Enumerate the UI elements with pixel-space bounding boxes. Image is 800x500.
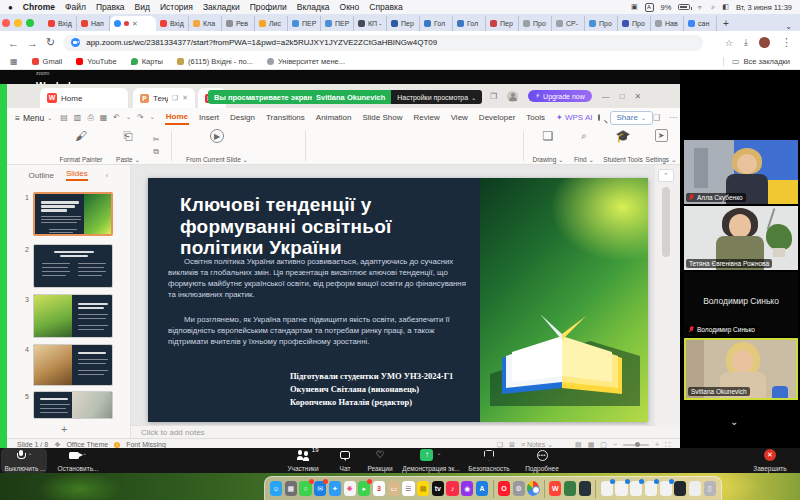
more-button[interactable]: ••• Подробнее xyxy=(520,449,564,472)
ribbon-tab-home[interactable]: Home xyxy=(165,110,189,125)
menubar-clock[interactable]: Вт, 3 июня 11:39 xyxy=(736,3,792,12)
slide-paragraph-1[interactable]: Освітня політика України активно розвива… xyxy=(168,256,468,300)
apple-menu-icon[interactable]: ● xyxy=(8,3,13,12)
menubar-item-файл[interactable]: Файл xyxy=(65,2,86,12)
mute-button[interactable]: ⌃ Выключить ... xyxy=(4,449,46,472)
files-dock-icon[interactable]: ▭ xyxy=(388,481,400,496)
security-button[interactable]: Безопасность xyxy=(462,449,516,472)
system-settings-dock-icon[interactable]: ⚙ xyxy=(513,481,525,496)
screen-record-icon[interactable]: ▣ xyxy=(631,3,638,11)
browser-tab[interactable]: Лис xyxy=(255,16,288,31)
font-warning-text[interactable]: Font Missing xyxy=(126,441,166,448)
slide[interactable]: Ключові тенденції у формуванні освітньої… xyxy=(148,178,648,422)
end-meeting-button[interactable]: ✕ Завершить xyxy=(746,449,794,472)
outline-tab[interactable]: Outline xyxy=(29,171,54,180)
zoom-in-icon[interactable]: + xyxy=(655,441,659,448)
new-tab-button[interactable]: + xyxy=(723,18,729,29)
redo-icon[interactable]: ↷ xyxy=(137,113,144,123)
app-dark-dock-icon[interactable] xyxy=(579,481,591,496)
reminders-dock-icon[interactable]: ☰ xyxy=(402,481,414,496)
participant-video-3[interactable]: Володимир Синько Володимир Синько xyxy=(684,272,798,336)
control-center-icon[interactable]: ◧ xyxy=(722,3,729,11)
drawing-button[interactable]: ❏ Drawing ⌄ xyxy=(528,129,568,163)
wps-account-avatar[interactable] xyxy=(507,91,518,102)
bookmark-star-icon[interactable]: ☆ xyxy=(725,38,733,48)
ribbon-tab-slide-show[interactable]: Slide Show xyxy=(361,111,403,124)
close-icon[interactable]: ✕ xyxy=(635,92,642,101)
wps-menu-button[interactable]: ≡Menu⌄ xyxy=(15,113,52,123)
browser-tab[interactable]: сан xyxy=(684,16,717,31)
upgrade-button[interactable]: ⚡Upgrade now xyxy=(528,90,592,102)
address-bar[interactable]: app.zoom.us/wc/2381334377/start?fromPWA=… xyxy=(63,35,703,51)
view-options-button[interactable]: Настройки просмотра ⌄ xyxy=(391,90,482,104)
ribbon-tab-wps-ai[interactable]: ✦ WPS AI xyxy=(555,111,594,124)
calendar-dock-icon[interactable]: 3 xyxy=(373,481,385,496)
browser-tab[interactable]: СР- xyxy=(552,16,585,31)
ribbon-tab-developer[interactable]: Developer xyxy=(478,111,516,124)
comments-icon[interactable]: ❑ xyxy=(653,113,660,122)
app-photo-dock-icon[interactable] xyxy=(564,481,576,496)
maximize-icon[interactable]: □ xyxy=(620,92,625,101)
menubar-item-правка[interactable]: Правка xyxy=(96,2,125,12)
student-tools-button[interactable]: 🎓 Student Tools xyxy=(601,129,645,163)
mail-dock-icon[interactable]: ✉ xyxy=(314,481,326,496)
participant-video-1[interactable]: Алла Скубенко xyxy=(684,140,798,204)
launchpad-dock-icon[interactable]: ▦ xyxy=(285,481,297,496)
photos-dock-icon[interactable]: ❋ xyxy=(344,481,356,496)
more-tools-icon[interactable]: ⋯ xyxy=(669,113,677,122)
browser-tab[interactable]: Вхід xyxy=(156,16,189,31)
menubar-item-вид[interactable]: Вид xyxy=(135,2,150,12)
undo-icon[interactable]: ↶ xyxy=(113,113,120,123)
format-painter-button[interactable]: 🖌 Format Painter xyxy=(53,129,109,163)
slide-thumbnail-2[interactable] xyxy=(33,244,113,288)
app-store-dock-icon[interactable]: A xyxy=(476,481,488,496)
back-icon[interactable]: ← xyxy=(8,37,19,49)
minimized-video-dock-icon[interactable] xyxy=(674,481,686,496)
browser-tab[interactable]: Про xyxy=(618,16,651,31)
ribbon-tab-tools[interactable]: Tools xyxy=(525,111,546,124)
browser-tab[interactable]: Нав xyxy=(651,16,684,31)
add-slide-button[interactable]: + xyxy=(61,423,67,435)
vertical-scrollbar[interactable]: ⌃ xyxy=(655,165,680,425)
zoom-slider[interactable] xyxy=(623,444,649,446)
export-icon[interactable]: ▦ xyxy=(100,113,108,123)
finder-dock-icon[interactable]: ☺ xyxy=(270,481,282,496)
forward-icon[interactable]: → xyxy=(27,37,38,49)
browser-tab[interactable]: Вхід xyxy=(44,16,77,31)
menubar-item-закладки[interactable]: Закладки xyxy=(203,2,240,12)
participants-button[interactable]: 19 Участники xyxy=(278,449,328,472)
chrome-dock-icon[interactable] xyxy=(527,481,539,496)
browser-tab[interactable]: Рев xyxy=(222,16,255,31)
trash-dock-icon[interactable]: ▯ xyxy=(704,481,716,496)
window-zoom-button[interactable] xyxy=(26,19,34,27)
url-text[interactable]: app.zoom.us/wc/2381334377/start?fromPWA=… xyxy=(86,38,437,47)
minimize-icon[interactable]: — xyxy=(602,92,610,101)
menubar-item-вкладка[interactable]: Вкладка xyxy=(297,2,330,12)
open-file-icon[interactable]: ▤ xyxy=(60,113,68,123)
browser-tab[interactable]: ПЕР xyxy=(288,16,321,31)
slide-credits[interactable]: Підготували студентки УМО УНЗ-2024-Г1 Ок… xyxy=(290,370,453,410)
more-participants-chevron-icon[interactable]: ⌄ xyxy=(730,416,738,427)
browser-tab[interactable]: Гол xyxy=(420,16,453,31)
minimized-window-dock-icon[interactable] xyxy=(630,481,642,496)
slide-thumbnail-5[interactable] xyxy=(33,391,113,419)
bookmark-maps[interactable]: Карты xyxy=(131,57,163,66)
ribbon-tab-animation[interactable]: Animation xyxy=(315,111,353,124)
ribbon-tab-review[interactable]: Review xyxy=(412,111,440,124)
browser-tab[interactable]: Про xyxy=(519,16,552,31)
find-button[interactable]: ⌕ Find ⌄ xyxy=(569,129,599,163)
minimized-window-dock-icon[interactable] xyxy=(660,481,672,496)
window-close-button[interactable] xyxy=(2,19,10,27)
ribbon-tab-design[interactable]: Design xyxy=(229,111,256,124)
bookmark-gmail[interactable]: Gmail xyxy=(32,57,63,66)
ribbon-tab-transitions[interactable]: Transitions xyxy=(265,111,306,124)
messages-dock-icon[interactable]: ○ xyxy=(299,481,311,496)
minimized-window-dock-icon[interactable] xyxy=(615,481,627,496)
apple-tv-dock-icon[interactable]: tv xyxy=(432,481,444,496)
minimized-window-dock-icon[interactable] xyxy=(645,481,657,496)
zoom-out-icon[interactable]: − xyxy=(613,441,617,448)
slide-paragraph-2[interactable]: Ми розглянемо, як Україна прагне підвищи… xyxy=(168,314,468,347)
browser-tab[interactable]: Кла xyxy=(189,16,222,31)
notes-area[interactable]: Click to add notes xyxy=(131,425,655,438)
facetime-dock-icon[interactable]: ▸ xyxy=(358,481,370,496)
